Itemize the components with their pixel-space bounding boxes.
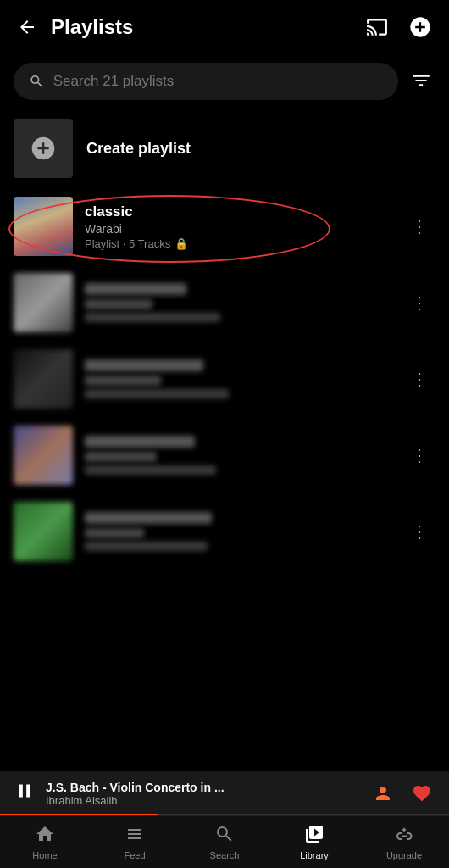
playlist-meta-3 — [85, 389, 229, 398]
upgrade-icon — [394, 824, 414, 848]
more-button-4[interactable]: ⋮ — [404, 443, 435, 467]
feed-icon — [125, 824, 145, 848]
playlist-thumb-2 — [14, 273, 73, 332]
now-playing-actions — [369, 780, 435, 807]
nav-home[interactable]: Home — [0, 816, 90, 868]
nav-search-label: Search — [210, 850, 240, 860]
playlist-info-3 — [85, 359, 392, 398]
playlist-item-3[interactable]: ⋮ — [0, 341, 449, 417]
playlist-thumb-3 — [14, 349, 73, 409]
nav-upgrade[interactable]: Upgrade — [359, 816, 449, 868]
playlist-item-5[interactable]: ⋮ — [0, 493, 449, 570]
add-playlist-icon — [30, 135, 57, 162]
now-playing-bar: J.S. Bach - Violin Concerto in ... Ibrah… — [0, 771, 449, 815]
search-input[interactable] — [53, 73, 383, 90]
playlist-name-3 — [85, 359, 203, 371]
nav-home-label: Home — [32, 850, 57, 860]
header-icons — [363, 12, 435, 42]
playlist-meta-4 — [85, 465, 216, 475]
search-bar[interactable] — [14, 63, 398, 100]
nav-library-label: Library — [300, 850, 329, 860]
header-left: Playlists — [14, 14, 133, 41]
filter-icon — [410, 70, 432, 92]
create-playlist-thumb — [14, 119, 73, 178]
playlist-thumb-4 — [14, 426, 73, 485]
playlist-subtitle-classic: Warabi — [85, 222, 392, 236]
now-playing-info: J.S. Bach - Violin Concerto in ... Ibrah… — [46, 781, 359, 807]
playlist-info-5 — [85, 512, 392, 551]
more-button-2[interactable]: ⋮ — [404, 291, 435, 314]
nav-library[interactable]: Library — [269, 816, 359, 868]
playlist-name-5 — [85, 512, 212, 524]
lock-icon: 🔒 — [175, 237, 188, 250]
nav-feed[interactable]: Feed — [90, 816, 180, 868]
playlist-meta-5 — [85, 542, 208, 551]
playlist-sub-5 — [85, 528, 144, 538]
nav-search[interactable]: Search — [180, 816, 269, 868]
playlist-sub-3 — [85, 376, 161, 386]
nav-upgrade-label: Upgrade — [386, 850, 422, 860]
playlist-name-classic: classic — [85, 203, 392, 220]
header: Playlists — [0, 0, 449, 54]
pause-icon — [14, 780, 36, 802]
home-icon — [35, 824, 55, 848]
bottom-nav: Home Feed Search Library — [0, 815, 449, 868]
playlist-item-4[interactable]: ⋮ — [0, 417, 449, 493]
playlist-info-classic: classic Warabi Playlist · 5 Tracks 🔒 — [85, 203, 392, 250]
playlist-thumb-classic — [14, 197, 73, 256]
search-nav-icon — [214, 824, 235, 848]
more-button-5[interactable]: ⋮ — [404, 520, 435, 543]
page-title: Playlists — [51, 15, 133, 39]
playlist-thumb-5 — [14, 502, 73, 561]
back-button[interactable] — [14, 14, 41, 41]
playlist-info-2 — [85, 283, 392, 322]
playlist-info-4 — [85, 436, 392, 475]
user-icon — [373, 783, 393, 804]
playlist-name-2 — [85, 283, 186, 295]
now-playing-title: J.S. Bach - Violin Concerto in ... — [46, 781, 359, 794]
play-pause-button[interactable] — [14, 780, 36, 807]
add-button[interactable] — [405, 12, 435, 42]
playlist-name-4 — [85, 436, 195, 448]
more-button-classic[interactable]: ⋮ — [404, 214, 435, 238]
playlist-sub-2 — [85, 299, 152, 309]
user-button[interactable] — [369, 780, 396, 807]
playlist-item-2[interactable]: ⋮ — [0, 264, 449, 341]
more-button-3[interactable]: ⋮ — [404, 367, 435, 391]
playlist-sub-4 — [85, 452, 157, 462]
like-button[interactable] — [408, 780, 435, 807]
create-playlist-item[interactable]: Create playlist — [0, 108, 449, 188]
library-icon — [304, 824, 324, 848]
heart-icon — [412, 783, 432, 804]
nav-feed-label: Feed — [124, 850, 145, 860]
create-playlist-label: Create playlist — [86, 140, 191, 158]
playlist-meta-classic: Playlist · 5 Tracks 🔒 — [85, 237, 392, 250]
search-bar-icon — [29, 73, 45, 90]
filter-button[interactable] — [407, 66, 435, 97]
playlist-item-classic[interactable]: classic Warabi Playlist · 5 Tracks 🔒 ⋮ — [0, 188, 449, 264]
now-playing-artist: Ibrahim Alsalih — [46, 794, 359, 807]
playlist-meta-2 — [85, 313, 220, 322]
cast-button[interactable] — [363, 13, 391, 42]
search-bar-container — [0, 54, 449, 108]
